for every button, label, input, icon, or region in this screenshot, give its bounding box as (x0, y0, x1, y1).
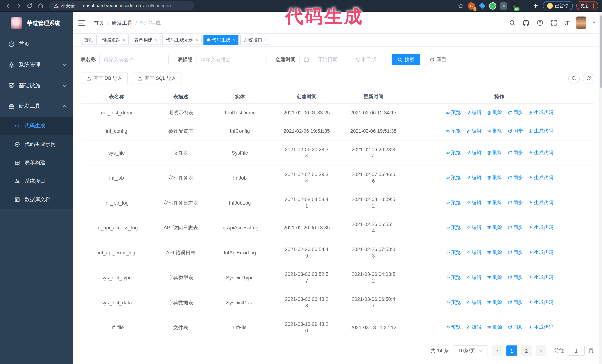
sidebar-item-home[interactable]: 首页 (0, 34, 73, 54)
edit-link[interactable]: 编辑 (466, 299, 481, 306)
sidebar-item-infra[interactable]: 基础设施 (0, 75, 73, 96)
extension-icon-5[interactable]: ≣on (511, 2, 518, 9)
fullscreen-icon[interactable] (550, 20, 557, 26)
edit-link[interactable]: 编辑 (466, 128, 481, 134)
search-button[interactable]: 搜索 (392, 54, 420, 65)
delete-link[interactable]: 删除 (487, 224, 502, 231)
edit-link[interactable]: 编辑 (466, 174, 481, 181)
sync-link[interactable]: 同步 (507, 224, 523, 231)
edit-link[interactable]: 编辑 (466, 199, 481, 206)
delete-link[interactable]: 删除 (487, 149, 502, 156)
forward-icon[interactable] (15, 2, 22, 9)
delete-link[interactable]: 删除 (487, 128, 502, 134)
generate-code-link[interactable]: 生成代码 (528, 249, 553, 256)
generate-code-link[interactable]: 生成代码 (528, 299, 553, 306)
sync-link[interactable]: 同步 (507, 109, 523, 116)
generate-code-link[interactable]: 生成代码 (528, 324, 553, 331)
sidebar-subitem-codegen-demo[interactable]: 代码生成示例 (0, 135, 73, 154)
sidebar-subitem-db-doc[interactable]: 数据库文档 (0, 190, 73, 209)
edit-link[interactable]: 编辑 (466, 274, 481, 281)
breadcrumb-home[interactable]: 首页 (94, 20, 104, 26)
sync-link[interactable]: 同步 (507, 274, 523, 281)
delete-link[interactable]: 删除 (487, 174, 502, 181)
page-size-select[interactable]: 10条/页 (453, 345, 488, 356)
page-button-2[interactable]: 2 (521, 345, 532, 356)
preview-link[interactable]: 预览 (445, 324, 461, 331)
close-icon[interactable]: × (122, 37, 125, 42)
sync-link[interactable]: 同步 (507, 299, 523, 306)
close-icon[interactable]: × (264, 37, 267, 42)
sidebar-subitem-form-builder[interactable]: 表单构建 (0, 154, 73, 172)
tab-api[interactable]: 系统接口× (240, 35, 270, 45)
preview-link[interactable]: 预览 (445, 274, 461, 281)
preview-link[interactable]: 预览 (445, 249, 461, 256)
sidebar-item-system[interactable]: 系统管理 (0, 54, 73, 75)
import-db-button[interactable]: 基于 DB 导入 (81, 73, 128, 84)
delete-link[interactable]: 删除 (487, 249, 502, 256)
edit-link[interactable]: 编辑 (466, 324, 481, 331)
close-icon[interactable]: × (195, 37, 198, 42)
tab-home[interactable]: 首页 (81, 35, 97, 45)
reset-button[interactable]: 重置 (424, 54, 452, 65)
back-icon[interactable] (5, 2, 11, 9)
preview-link[interactable]: 预览 (445, 224, 461, 231)
extension-icon-6[interactable]: ⌐ (521, 2, 529, 9)
generate-code-link[interactable]: 生成代码 (528, 149, 553, 156)
tab-form-builder[interactable]: 表单构建× (130, 35, 161, 45)
import-sql-button[interactable]: 基于 SQL 导入 (132, 73, 182, 84)
delete-link[interactable]: 删除 (487, 324, 502, 331)
github-icon[interactable] (523, 20, 530, 26)
generate-code-link[interactable]: 生成代码 (528, 274, 553, 281)
preview-link[interactable]: 预览 (445, 174, 461, 181)
tab-codegen-demo[interactable]: 代码生成示例× (162, 35, 202, 45)
extension-icon-1[interactable]: C1 (468, 2, 475, 9)
edit-link[interactable]: 编辑 (466, 224, 481, 231)
extension-icon-3[interactable]: ✓ (489, 2, 496, 9)
extension-icon-4[interactable] (500, 2, 507, 9)
sidebar-subitem-codegen[interactable]: 代码生成 (0, 117, 73, 135)
scrollbar-thumb[interactable] (600, 15, 602, 88)
sync-link[interactable]: 同步 (507, 149, 523, 156)
profile-paused-button[interactable]: 已暂停 (543, 1, 573, 10)
extension-icon-7[interactable]: ✚ (532, 2, 539, 9)
edit-link[interactable]: 编辑 (466, 249, 481, 256)
sidebar-item-devtools[interactable]: 研发工具 (0, 96, 73, 117)
delete-link[interactable]: 删除 (487, 199, 502, 206)
page-button-1[interactable]: 1 (506, 345, 517, 356)
sidebar-subitem-api[interactable]: 系统接口 (0, 172, 73, 190)
goto-page-input[interactable] (568, 346, 585, 356)
home-icon[interactable] (37, 2, 44, 9)
sync-link[interactable]: 同步 (507, 128, 523, 134)
preview-link[interactable]: 预览 (445, 299, 461, 306)
preview-link[interactable]: 预览 (445, 128, 461, 134)
preview-link[interactable]: 预览 (445, 199, 461, 206)
search-icon[interactable] (509, 20, 516, 26)
refresh-table-icon[interactable] (583, 73, 594, 84)
table-name-input[interactable] (99, 54, 169, 65)
tab-trace[interactable]: 链路追踪× (99, 35, 129, 45)
sidebar-toggle-icon[interactable] (78, 20, 86, 26)
font-size-icon[interactable]: tT (564, 20, 570, 26)
help-icon[interactable] (537, 20, 543, 26)
date-range-picker[interactable]: 开始日期 - 结束日期 (300, 54, 386, 65)
preview-link[interactable]: 预览 (445, 149, 461, 156)
avatar[interactable] (576, 16, 586, 29)
avatar-caret-icon[interactable]: ▾ (593, 20, 595, 25)
edit-link[interactable]: 编辑 (466, 109, 481, 116)
extension-icon-2[interactable] (478, 2, 486, 9)
generate-code-link[interactable]: 生成代码 (528, 224, 553, 231)
reload-icon[interactable] (26, 2, 33, 9)
close-icon[interactable]: × (232, 37, 235, 42)
edit-link[interactable]: 编辑 (466, 149, 481, 156)
preview-link[interactable]: 预览 (445, 109, 461, 116)
generate-code-link[interactable]: 生成代码 (528, 199, 553, 206)
browser-update-button[interactable]: 更新 (576, 1, 598, 10)
next-page-button[interactable]: › (536, 345, 546, 356)
generate-code-link[interactable]: 生成代码 (528, 128, 553, 134)
delete-link[interactable]: 删除 (487, 299, 502, 306)
toggle-search-icon[interactable] (568, 73, 580, 84)
sync-link[interactable]: 同步 (507, 199, 523, 206)
breadcrumb-devtools[interactable]: 研发工具 (112, 20, 132, 26)
url-bar[interactable]: 不安全 dashboard.yudao.iocoder.cn/tool/code… (49, 1, 194, 10)
prev-page-button[interactable]: ‹ (492, 345, 503, 356)
